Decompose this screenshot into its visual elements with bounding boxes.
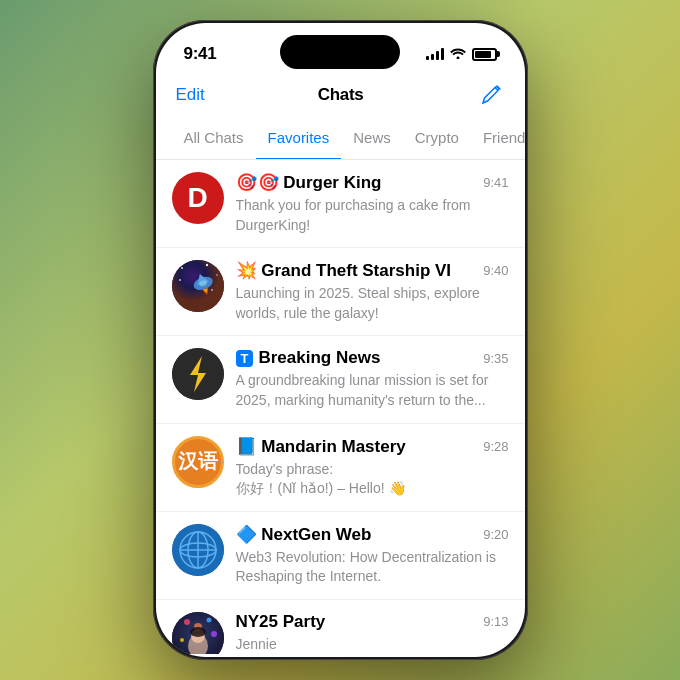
chat-header-row-gts: 💥 Grand Theft Starship VI 9:40	[236, 260, 509, 281]
chat-item-durger-king[interactable]: D 🎯 🎯 Durger King 9:41 Thank you for pur…	[156, 160, 525, 248]
chat-item-nextgen[interactable]: 🔷 NextGen Web 9:20 Web3 Revolution: How …	[156, 512, 525, 600]
svg-point-1	[181, 267, 183, 269]
svg-point-21	[206, 617, 211, 622]
signal-icon	[426, 48, 444, 60]
tab-favorites[interactable]: Favorites	[256, 121, 342, 160]
chat-content-bn: T Breaking News 9:35 A groundbreaking lu…	[236, 348, 509, 410]
chat-name-ny25: NY25 Party	[236, 612, 326, 632]
avatar-ny25	[172, 612, 224, 654]
wifi-icon	[450, 46, 466, 62]
chat-header-row-nextgen: 🔷 NextGen Web 9:20	[236, 524, 509, 545]
svg-point-23	[211, 631, 217, 637]
chat-preview-mandarin: Today's phrase:你好！(Nǐ hǎo!) – Hello! 👋	[236, 460, 509, 499]
edit-button[interactable]: Edit	[176, 85, 205, 105]
chat-name-nextgen: 🔷 NextGen Web	[236, 524, 372, 545]
status-time: 9:41	[184, 44, 217, 64]
chat-content-ny25: NY25 Party 9:13 Jennie	[236, 612, 509, 654]
chat-header-row-mandarin: 📘 Mandarin Mastery 9:28	[236, 436, 509, 457]
chat-time-gts: 9:40	[483, 263, 508, 278]
chat-item-gts[interactable]: 💥 Grand Theft Starship VI 9:40 Launching…	[156, 248, 525, 336]
chat-preview-nextgen: Web3 Revolution: How Decentralization is…	[236, 548, 509, 587]
chat-item-ny25[interactable]: NY25 Party 9:13 Jennie	[156, 600, 525, 654]
chat-time-ny25: 9:13	[483, 614, 508, 629]
chat-time-mandarin: 9:28	[483, 439, 508, 454]
chat-preview-bn: A groundbreaking lunar mission is set fo…	[236, 371, 509, 410]
chat-name-durger-king: 🎯 🎯 Durger King	[236, 172, 382, 193]
chat-preview-ny25: Jennie	[236, 635, 509, 654]
chat-preview-durger-king: Thank you for purchasing a cake from Dur…	[236, 196, 509, 235]
mandarin-avatar-text: 汉语	[178, 448, 218, 475]
tab-crypto[interactable]: Crypto	[403, 121, 471, 160]
chat-header-row-ny25: NY25 Party 9:13	[236, 612, 509, 632]
svg-point-20	[184, 619, 190, 625]
svg-point-2	[205, 264, 207, 266]
chat-time-bn: 9:35	[483, 351, 508, 366]
chat-name-gts: 💥 Grand Theft Starship VI	[236, 260, 452, 281]
avatar-durger-king: D	[172, 172, 224, 224]
avatar-mandarin: 汉语	[172, 436, 224, 488]
header: Edit Chats	[156, 77, 525, 121]
status-icons	[426, 46, 497, 62]
chat-header-row: 🎯 🎯 Durger King 9:41	[236, 172, 509, 193]
chat-item-mandarin[interactable]: 汉语 📘 Mandarin Mastery 9:28 Today's phras…	[156, 424, 525, 512]
chat-content-durger-king: 🎯 🎯 Durger King 9:41 Thank you for purch…	[236, 172, 509, 235]
compose-button[interactable]	[477, 81, 505, 109]
svg-point-5	[211, 289, 213, 291]
svg-point-3	[216, 274, 218, 276]
tab-news[interactable]: News	[341, 121, 403, 160]
chat-content-mandarin: 📘 Mandarin Mastery 9:28 Today's phrase:你…	[236, 436, 509, 499]
chat-content-gts: 💥 Grand Theft Starship VI 9:40 Launching…	[236, 260, 509, 323]
svg-point-22	[180, 638, 184, 642]
dynamic-island	[280, 35, 400, 69]
chat-name-bn: T Breaking News	[236, 348, 381, 368]
chat-header-row-bn: T Breaking News 9:35	[236, 348, 509, 368]
tab-friends[interactable]: Friends	[471, 121, 525, 160]
phone-shell: 9:41	[153, 20, 528, 660]
svg-point-27	[190, 627, 206, 637]
chat-time-nextgen: 9:20	[483, 527, 508, 542]
avatar-nextgen	[172, 524, 224, 576]
avatar-gts	[172, 260, 224, 312]
phone-screen: 9:41	[156, 23, 525, 657]
svg-point-4	[179, 279, 181, 281]
chat-name-mandarin: 📘 Mandarin Mastery	[236, 436, 406, 457]
page-title: Chats	[318, 85, 364, 105]
chat-time-durger-king: 9:41	[483, 175, 508, 190]
tabs-row: All Chats Favorites News Crypto Friends	[172, 121, 509, 159]
avatar-breaking-news	[172, 348, 224, 400]
chat-content-nextgen: 🔷 NextGen Web 9:20 Web3 Revolution: How …	[236, 524, 509, 587]
battery-icon	[472, 48, 497, 61]
tab-all-chats[interactable]: All Chats	[172, 121, 256, 160]
chat-preview-gts: Launching in 2025. Steal ships, explore …	[236, 284, 509, 323]
chat-list: D 🎯 🎯 Durger King 9:41 Thank you for pur…	[156, 160, 525, 654]
tabs-container: All Chats Favorites News Crypto Friends	[156, 121, 525, 160]
chat-item-breaking-news[interactable]: T Breaking News 9:35 A groundbreaking lu…	[156, 336, 525, 423]
